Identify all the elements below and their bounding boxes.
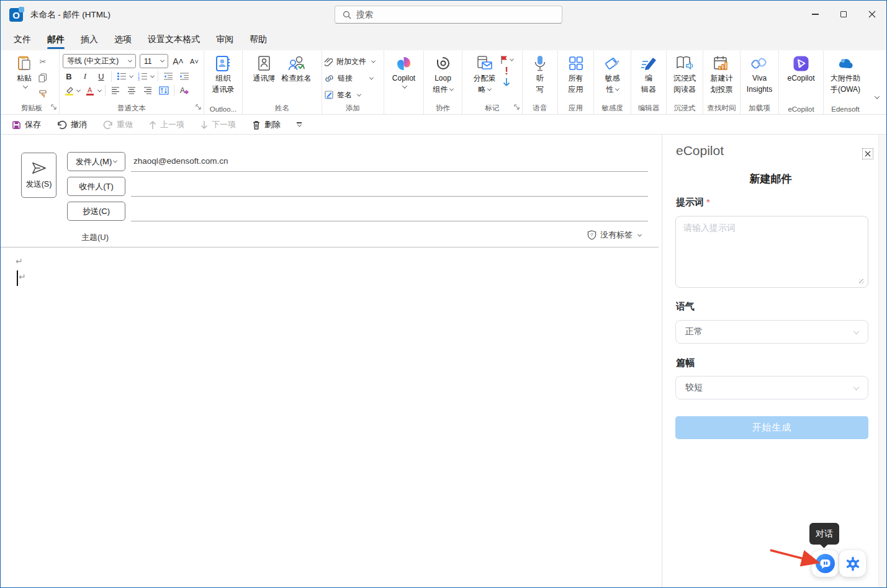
tab-help[interactable]: 帮助 — [241, 29, 275, 50]
align-right-button[interactable] — [142, 84, 154, 97]
increase-indent-button[interactable] — [178, 70, 191, 82]
org-contacts-button[interactable]: 组织 通讯录 — [210, 53, 236, 102]
all-apps-button[interactable]: 所有 应用 — [566, 53, 586, 102]
toolbar-overflow-button[interactable] — [297, 122, 302, 127]
chevron-down-icon — [853, 328, 860, 334]
tags-dialog-launcher[interactable] — [514, 101, 520, 112]
tab-format-text[interactable]: 设置文本格式 — [140, 29, 208, 50]
align-left-button[interactable] — [109, 84, 122, 97]
tab-message[interactable]: 邮件 — [39, 29, 73, 50]
length-select[interactable]: 较短 — [675, 376, 868, 399]
signature-button[interactable]: 签名 — [325, 88, 381, 102]
copy-button[interactable] — [37, 71, 49, 84]
svg-text:A: A — [88, 86, 92, 94]
font-size-select[interactable]: 11 — [140, 54, 168, 68]
tone-select[interactable]: 正常 — [675, 320, 868, 344]
link-button[interactable]: 链接 — [325, 72, 381, 86]
font-color-button[interactable]: A — [84, 84, 96, 97]
viva-insights-button[interactable]: Viva Insights — [745, 53, 774, 102]
tab-options[interactable]: 选项 — [106, 29, 140, 50]
bullet-list-icon — [117, 72, 127, 81]
from-button[interactable]: 发件人(M) — [67, 152, 125, 171]
search-input[interactable]: 搜索 — [335, 6, 562, 24]
subject-field[interactable] — [1, 247, 659, 247]
italic-button[interactable]: I — [79, 70, 91, 82]
line-spacing-button[interactable] — [158, 84, 170, 97]
shrink-font-button[interactable]: A˅ — [188, 55, 200, 68]
decrease-indent-button[interactable] — [162, 70, 174, 82]
subject-label: 主题(U) — [81, 232, 109, 243]
attach-file-button[interactable]: 附加文件 — [325, 55, 381, 69]
chevron-down-icon — [150, 73, 155, 78]
generate-button[interactable]: 开始生成 — [675, 416, 868, 439]
align-center-button[interactable] — [125, 84, 138, 97]
save-button[interactable]: 保存 — [12, 119, 41, 130]
send-button[interactable]: 发送(S) — [21, 153, 56, 198]
ecopilot-panel: eCopilot 新建邮件 提示词* 语气 正常 篇幅 较短 — [662, 135, 886, 587]
group-font: 等线 (中文正文) 11 A˄ A˅ B I U — [60, 50, 204, 114]
next-item-button[interactable]: 下一项 — [200, 119, 236, 130]
grow-font-button[interactable]: A˄ — [172, 55, 184, 68]
undo-button[interactable]: 撤消 — [57, 119, 87, 130]
chat-bubble-icon — [816, 554, 835, 573]
text-highlight-button[interactable] — [63, 84, 75, 97]
bullet-list-button[interactable] — [115, 70, 128, 82]
cut-button[interactable]: ✂ — [37, 55, 49, 68]
cc-button[interactable]: 抄送(C) — [67, 202, 125, 221]
bold-button[interactable]: B — [63, 70, 75, 82]
new-poll-button[interactable]: 新建计 划投票 — [709, 53, 735, 102]
clipboard-dialog-launcher[interactable] — [51, 101, 56, 112]
chevron-down-icon — [113, 159, 117, 163]
prompt-input[interactable] — [675, 216, 868, 288]
paste-button[interactable]: 粘贴 — [14, 53, 34, 102]
group-find-time: 新建计 划投票 查找时间 — [703, 50, 741, 114]
assign-policy-button[interactable]: 分配策 略 — [472, 53, 498, 102]
panel-close-button[interactable] — [862, 148, 873, 159]
high-importance-button[interactable]: ! — [505, 66, 508, 76]
format-painter-button[interactable] — [37, 87, 49, 100]
tab-insert[interactable]: 插入 — [73, 29, 106, 50]
immersive-reader-button[interactable]: 沉浸式 阅读器 — [672, 53, 698, 102]
message-body-editor[interactable] — [1, 252, 662, 587]
from-field[interactable] — [131, 171, 648, 172]
no-label-button[interactable]: ? 没有标签 — [587, 229, 641, 241]
follow-up-flag-button[interactable] — [500, 55, 513, 65]
cc-field[interactable] — [131, 221, 648, 221]
editor-button[interactable]: 编 辑器 — [639, 53, 659, 102]
font-name-select[interactable]: 等线 (中文正文) — [63, 54, 136, 68]
to-button[interactable]: 收件人(T) — [67, 177, 125, 196]
search-placeholder: 搜索 — [356, 9, 373, 20]
tab-review[interactable]: 审阅 — [208, 29, 241, 50]
check-names-button[interactable]: 检查姓名 — [280, 53, 313, 102]
numbered-list-button[interactable]: 123 — [137, 70, 149, 82]
copilot-button[interactable]: Copilot — [390, 53, 417, 102]
address-book-button[interactable]: 通讯簿 — [251, 53, 277, 102]
close-button[interactable] — [858, 1, 886, 28]
owa-attachment-helper-button[interactable]: 大附件助 手(OWA) — [829, 53, 862, 102]
chat-fab-button[interactable] — [812, 550, 839, 577]
flag-icon — [500, 55, 508, 65]
loop-components-button[interactable]: Loop 组件 — [431, 53, 455, 102]
tab-file[interactable]: 文件 — [6, 29, 39, 50]
undo-icon — [57, 120, 67, 130]
ecopilot-button[interactable]: eCopilot — [785, 53, 816, 102]
sensitivity-button[interactable]: 敏感 性 — [602, 53, 623, 102]
clear-formatting-button[interactable]: A — [178, 84, 191, 97]
shield-question-icon: ? — [587, 230, 597, 240]
low-importance-button[interactable] — [503, 78, 510, 90]
tags-group-label: 标记 — [462, 104, 522, 113]
send-icon — [31, 161, 47, 176]
dictate-button[interactable]: 听 写 — [531, 53, 549, 102]
to-field[interactable] — [131, 196, 648, 197]
settings-fab-button[interactable] — [839, 550, 866, 577]
maximize-button[interactable] — [829, 1, 858, 28]
panel-scrollbar[interactable] — [878, 135, 886, 587]
font-dialog-launcher[interactable] — [196, 101, 201, 112]
minimize-icon — [812, 14, 819, 14]
underline-button[interactable]: U — [95, 70, 107, 82]
minimize-button[interactable] — [801, 1, 829, 28]
ribbon-collapse-button[interactable] — [867, 50, 886, 114]
redo-button[interactable]: 重做 — [103, 119, 133, 130]
previous-item-button[interactable]: 上一项 — [149, 119, 184, 130]
delete-button[interactable]: 删除 — [252, 119, 281, 130]
